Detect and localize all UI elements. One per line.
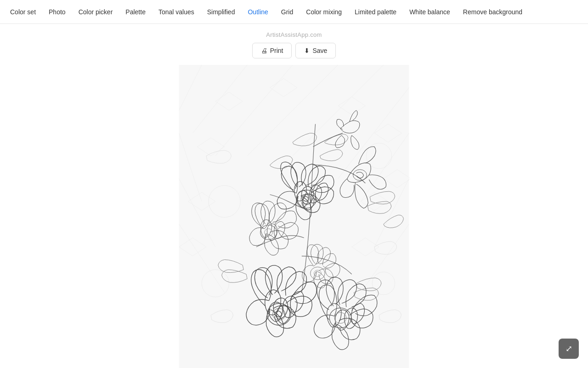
nav-item-color-picker[interactable]: Color picker xyxy=(72,6,119,18)
nav-item-color-mixing[interactable]: Color mixing xyxy=(300,6,348,18)
nav-item-outline[interactable]: Outline xyxy=(241,6,274,18)
save-icon: ⬇ xyxy=(304,47,310,54)
print-button[interactable]: 🖨 Print xyxy=(252,43,292,58)
nav-item-color-set[interactable]: Color set xyxy=(4,6,42,18)
save-button[interactable]: ⬇ Save xyxy=(295,43,336,58)
save-label: Save xyxy=(312,47,327,54)
expand-button[interactable]: ⤢ xyxy=(559,339,579,359)
print-label: Print xyxy=(270,47,283,54)
nav-item-remove-background[interactable]: Remove background xyxy=(457,6,529,18)
nav-item-grid[interactable]: Grid xyxy=(275,6,300,18)
watermark: ArtistAssistApp.com xyxy=(266,31,322,38)
sketch-image-container xyxy=(178,65,410,368)
main-content: ArtistAssistApp.com 🖨 Print ⬇ Save xyxy=(0,24,588,368)
toolbar: 🖨 Print ⬇ Save xyxy=(252,43,336,58)
nav-item-simplified[interactable]: Simplified xyxy=(201,6,242,18)
nav-item-palette[interactable]: Palette xyxy=(119,6,152,18)
svg-rect-0 xyxy=(179,65,409,368)
sketch-svg xyxy=(178,65,410,368)
navigation-bar: Color setPhotoColor pickerPaletteTonal v… xyxy=(0,0,588,24)
expand-icon: ⤢ xyxy=(565,344,572,354)
print-icon: 🖨 xyxy=(261,47,267,54)
nav-item-tonal-values[interactable]: Tonal values xyxy=(152,6,201,18)
nav-item-white-balance[interactable]: White balance xyxy=(403,6,457,18)
nav-item-photo[interactable]: Photo xyxy=(42,6,72,18)
nav-item-limited-palette[interactable]: Limited palette xyxy=(348,6,403,18)
